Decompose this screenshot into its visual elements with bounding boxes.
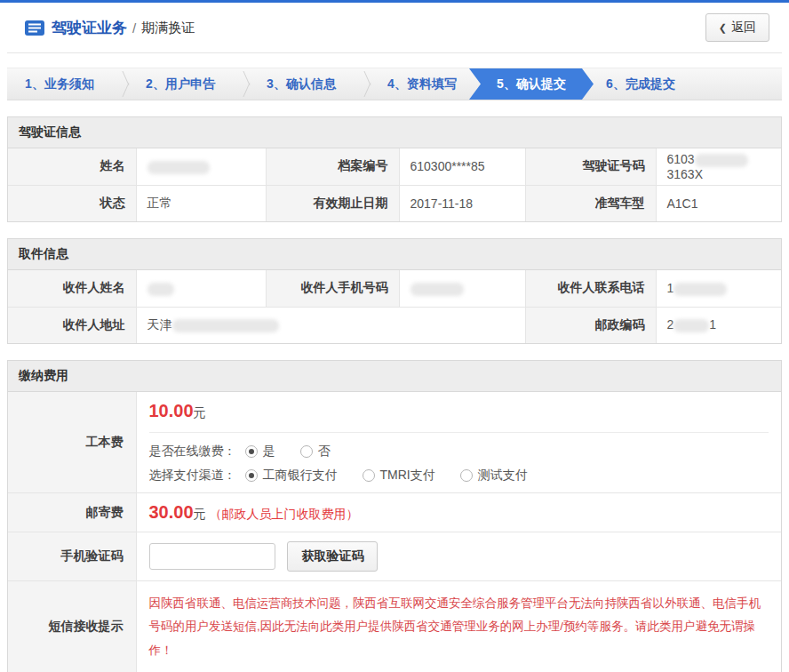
back-button[interactable]: ❮ 返回 <box>705 13 769 42</box>
license-info-section: 驾驶证信息 姓名 档案编号 610300****85 驾驶证号码 6103316… <box>7 116 782 222</box>
postage-amount: 30.00 <box>149 502 194 522</box>
step-1-business-notes[interactable]: 1、业务须知 <box>7 68 112 100</box>
redacted-value <box>147 161 210 174</box>
table-row: 短信接收提示 因陕西省联通、电信运营商技术问题，陕西省互联网交通安全综合服务管理… <box>8 581 781 672</box>
step-4-fill-data[interactable]: 4、资料填写 <box>370 68 474 100</box>
step-3-confirm-info[interactable]: 3、确认信息 <box>249 68 354 100</box>
online-pay-no-option[interactable]: 否 <box>300 444 331 460</box>
step-separator <box>112 68 128 100</box>
table-row: 工本费 10.00元 是否在线缴费： 是 否 选择支付渠道： 工商银行支付 TM… <box>8 392 781 493</box>
step-separator <box>233 68 249 100</box>
table-row: 邮寄费 30.00元（邮政人员上门收取费用） <box>8 493 781 532</box>
radio-checked-icon <box>245 469 258 482</box>
online-pay-yes-option[interactable]: 是 <box>245 444 275 460</box>
redacted-value <box>695 154 748 167</box>
status-value: 正常 <box>136 185 266 221</box>
step-progress-bar: 1、业务须知 2、用户申告 3、确认信息 4、资料填写 5、确认提交 6、完成提… <box>7 68 782 100</box>
zip-value: 21 <box>656 307 781 343</box>
table-row: 手机验证码 获取验证码 <box>8 532 781 581</box>
recipient-phone-label: 收件人联系电话 <box>525 270 656 307</box>
recipient-mobile-label: 收件人手机号码 <box>266 270 399 307</box>
sms-code-content: 获取验证码 <box>136 532 781 581</box>
radio-checked-icon <box>245 445 258 458</box>
card-fee-content: 10.00元 是否在线缴费： 是 否 选择支付渠道： 工商银行支付 TMRI支付… <box>136 392 781 493</box>
license-no-label: 驾驶证号码 <box>525 148 656 185</box>
recipient-phone-value: 1 <box>656 270 781 307</box>
sms-notice-text: 因陕西省联通、电信运营商技术问题，陕西省互联网交通安全综合服务管理平台无法向持陕… <box>149 590 769 664</box>
channel-tmri-option[interactable]: TMRI支付 <box>363 468 435 484</box>
pickup-section-title: 取件信息 <box>8 239 781 270</box>
page-header: 驾驶证业务 / 期满换证 ❮ 返回 <box>7 3 782 53</box>
channel-test-option[interactable]: 测试支付 <box>460 468 528 484</box>
expiry-value: 2017-11-18 <box>399 185 525 221</box>
recipient-address-value: 天津 <box>136 307 525 343</box>
name-label: 姓名 <box>8 148 136 185</box>
table-row: 收件人姓名 收件人手机号码 收件人联系电话 1 <box>8 270 781 307</box>
table-row: 收件人地址 天津 邮政编码 21 <box>8 307 781 343</box>
get-code-button[interactable]: 获取验证码 <box>287 541 378 572</box>
postage-content: 30.00元（邮政人员上门收取费用） <box>136 493 781 532</box>
recipient-mobile-value <box>399 270 525 307</box>
redacted-value <box>673 319 709 332</box>
page: 驾驶证业务 / 期满换证 ❮ 返回 1、业务须知 2、用户申告 3、确认信息 4… <box>0 3 789 672</box>
fees-table: 工本费 10.00元 是否在线缴费： 是 否 选择支付渠道： 工商银行支付 TM… <box>8 392 781 672</box>
pay-channel-question: 选择支付渠道： <box>149 468 236 484</box>
fee-divider <box>149 432 769 433</box>
postage-label: 邮寄费 <box>8 493 136 532</box>
channel-icbc-option[interactable]: 工商银行支付 <box>245 468 338 484</box>
sms-tip-content: 因陕西省联通、电信运营商技术问题，陕西省互联网交通安全综合服务管理平台无法向持陕… <box>136 581 781 672</box>
pay-channel-row: 选择支付渠道： 工商银行支付 TMRI支付 测试支付 <box>149 468 769 484</box>
radio-unchecked-icon <box>363 469 375 482</box>
vehicle-class-label: 准驾车型 <box>525 185 656 221</box>
radio-unchecked-icon <box>300 445 313 458</box>
expiry-label: 有效期止日期 <box>266 185 399 221</box>
sms-tip-label: 短信接收提示 <box>8 581 136 672</box>
table-row: 姓名 档案编号 610300****85 驾驶证号码 61033163X <box>8 148 781 185</box>
breadcrumb-divider: / <box>132 20 136 36</box>
form-list-icon <box>25 20 44 36</box>
card-fee-price: 10.00元 <box>149 401 769 421</box>
license-section-title: 驾驶证信息 <box>8 117 781 148</box>
table-row: 状态 正常 有效期止日期 2017-11-18 准驾车型 A1C1 <box>8 185 781 221</box>
license-no-value: 61033163X <box>656 148 781 185</box>
back-button-label: 返回 <box>731 20 756 36</box>
radio-unchecked-icon <box>460 469 473 482</box>
postage-note: （邮政人员上门收取费用） <box>210 507 359 521</box>
redacted-value <box>410 283 464 296</box>
online-pay-question: 是否在线缴费： <box>149 444 236 460</box>
step-6-finish-submit[interactable]: 6、完成提交 <box>588 68 693 100</box>
sms-code-input[interactable] <box>149 543 275 570</box>
step-separator <box>354 68 370 100</box>
file-no-value: 610300****85 <box>399 148 525 185</box>
recipient-name-value <box>136 270 266 307</box>
redacted-value <box>172 319 279 332</box>
yuan-unit: 元 <box>194 405 206 420</box>
breadcrumb-current: 期满换证 <box>141 20 195 36</box>
fees-section-title: 缴纳费用 <box>8 361 781 392</box>
redacted-value <box>147 283 174 296</box>
yuan-unit: 元 <box>194 507 206 521</box>
redacted-value <box>673 283 727 296</box>
fees-section: 缴纳费用 工本费 10.00元 是否在线缴费： 是 否 选择支付渠道： <box>7 360 782 672</box>
online-pay-row: 是否在线缴费： 是 否 <box>149 444 769 460</box>
name-value <box>136 148 266 185</box>
step-5-confirm-submit-active[interactable]: 5、确认提交 <box>469 68 594 100</box>
recipient-name-label: 收件人姓名 <box>8 270 136 307</box>
license-info-table: 姓名 档案编号 610300****85 驾驶证号码 61033163X 状态 … <box>8 148 781 221</box>
page-title: 驾驶证业务 <box>52 18 127 38</box>
pickup-info-table: 收件人姓名 收件人手机号码 收件人联系电话 1 收件人地址 天津 邮政编码 21 <box>8 270 781 343</box>
chevron-left-icon: ❮ <box>719 22 727 34</box>
step-2-user-declaration[interactable]: 2、用户申告 <box>128 68 233 100</box>
sms-code-label: 手机验证码 <box>8 532 136 581</box>
vehicle-class-value: A1C1 <box>656 185 781 221</box>
recipient-address-label: 收件人地址 <box>8 307 136 343</box>
pickup-info-section: 取件信息 收件人姓名 收件人手机号码 收件人联系电话 1 收件人地址 天津 邮政… <box>7 238 782 344</box>
zip-label: 邮政编码 <box>525 307 656 343</box>
status-label: 状态 <box>8 185 136 221</box>
card-fee-label: 工本费 <box>8 392 136 493</box>
file-no-label: 档案编号 <box>266 148 399 185</box>
card-fee-amount: 10.00 <box>149 401 194 420</box>
step-bar-filler <box>693 68 782 100</box>
